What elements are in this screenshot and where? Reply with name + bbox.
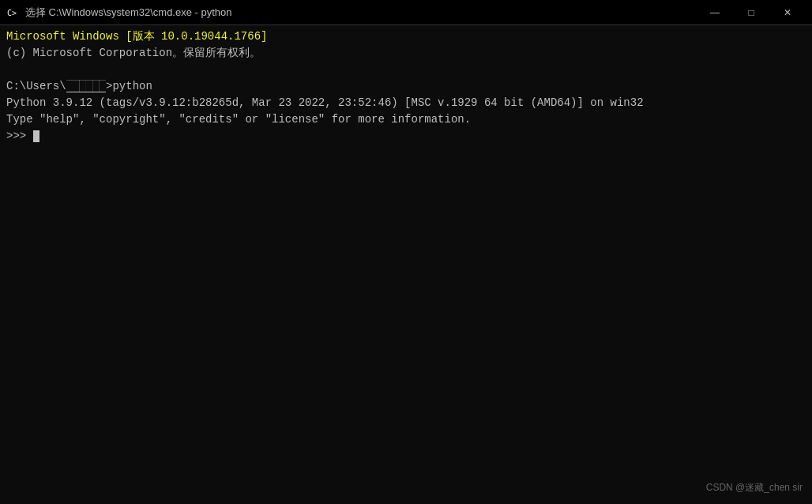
prompt-prefix: C:\Users\ (6, 80, 66, 92)
terminal-line-5: Python 3.9.12 (tags/v3.9.12:b28265d, Mar… (6, 95, 806, 111)
prompt-user: ██████ (66, 80, 106, 92)
cursor (33, 130, 39, 142)
cmd-icon: C> (6, 6, 19, 19)
title-bar: C> 选择 C:\Windows\system32\cmd.exe - pyth… (0, 0, 812, 25)
watermark: CSDN @迷藏_chen sir (706, 481, 803, 495)
minimize-button[interactable]: — (697, 0, 733, 25)
window: C> 选择 C:\Windows\system32\cmd.exe - pyth… (0, 0, 812, 504)
python-prompt: >>> (6, 130, 33, 142)
close-button[interactable]: ✕ (769, 0, 806, 25)
window-controls: — □ ✕ (697, 0, 806, 25)
title-bar-left: C> 选择 C:\Windows\system32\cmd.exe - pyth… (6, 6, 232, 20)
terminal-line-6: Type "help", "copyright", "credits" or "… (6, 111, 806, 128)
window-title: 选择 C:\Windows\system32\cmd.exe - python (25, 6, 232, 20)
prompt-suffix: >python (106, 80, 152, 92)
terminal-line-1: Microsoft Windows [版本 10.0.19044.1766] (6, 28, 806, 45)
terminal-line-7: >>> (6, 128, 806, 145)
terminal-body[interactable]: Microsoft Windows [版本 10.0.19044.1766] (… (0, 25, 812, 504)
terminal-line-2: (c) Microsoft Corporation。保留所有权利。 (6, 45, 806, 62)
terminal-line-3 (6, 62, 806, 78)
maximize-button[interactable]: □ (733, 0, 769, 25)
terminal-line-4: C:\Users\██████>python (6, 78, 806, 95)
svg-text:C>: C> (7, 9, 17, 17)
